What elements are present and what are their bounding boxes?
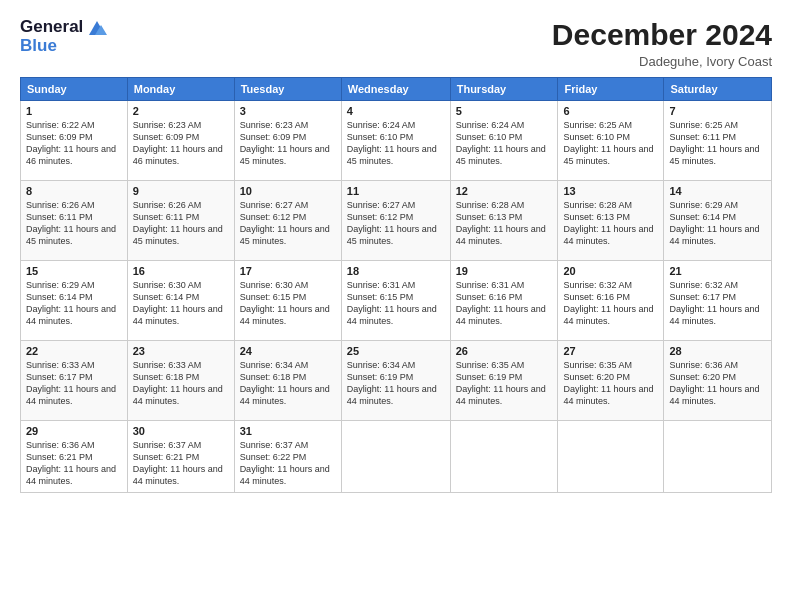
day-number: 2 <box>133 105 229 117</box>
day-info: Sunrise: 6:32 AM Sunset: 6:16 PM Dayligh… <box>563 279 658 328</box>
day-number: 11 <box>347 185 445 197</box>
table-row: 7Sunrise: 6:25 AM Sunset: 6:11 PM Daylig… <box>664 101 772 181</box>
table-row: 27Sunrise: 6:35 AM Sunset: 6:20 PM Dayli… <box>558 341 664 421</box>
day-number: 7 <box>669 105 766 117</box>
table-row: 2Sunrise: 6:23 AM Sunset: 6:09 PM Daylig… <box>127 101 234 181</box>
day-number: 1 <box>26 105 122 117</box>
logo-blue: Blue <box>20 37 107 56</box>
day-info: Sunrise: 6:23 AM Sunset: 6:09 PM Dayligh… <box>240 119 336 168</box>
logo: General Blue <box>20 18 107 55</box>
day-info: Sunrise: 6:25 AM Sunset: 6:11 PM Dayligh… <box>669 119 766 168</box>
table-row: 4Sunrise: 6:24 AM Sunset: 6:10 PM Daylig… <box>341 101 450 181</box>
day-number: 10 <box>240 185 336 197</box>
table-row: 14Sunrise: 6:29 AM Sunset: 6:14 PM Dayli… <box>664 181 772 261</box>
table-row <box>664 421 772 493</box>
day-info: Sunrise: 6:36 AM Sunset: 6:20 PM Dayligh… <box>669 359 766 408</box>
day-number: 23 <box>133 345 229 357</box>
table-row: 22Sunrise: 6:33 AM Sunset: 6:17 PM Dayli… <box>21 341 128 421</box>
day-info: Sunrise: 6:28 AM Sunset: 6:13 PM Dayligh… <box>456 199 553 248</box>
day-number: 29 <box>26 425 122 437</box>
col-sunday: Sunday <box>21 78 128 101</box>
day-info: Sunrise: 6:24 AM Sunset: 6:10 PM Dayligh… <box>456 119 553 168</box>
table-row: 5Sunrise: 6:24 AM Sunset: 6:10 PM Daylig… <box>450 101 558 181</box>
day-info: Sunrise: 6:34 AM Sunset: 6:19 PM Dayligh… <box>347 359 445 408</box>
day-info: Sunrise: 6:35 AM Sunset: 6:19 PM Dayligh… <box>456 359 553 408</box>
table-row: 28Sunrise: 6:36 AM Sunset: 6:20 PM Dayli… <box>664 341 772 421</box>
day-number: 3 <box>240 105 336 117</box>
day-info: Sunrise: 6:29 AM Sunset: 6:14 PM Dayligh… <box>669 199 766 248</box>
header: General Blue December 2024 Dadeguhe, Ivo… <box>20 18 772 69</box>
table-row: 6Sunrise: 6:25 AM Sunset: 6:10 PM Daylig… <box>558 101 664 181</box>
day-number: 4 <box>347 105 445 117</box>
table-row: 15Sunrise: 6:29 AM Sunset: 6:14 PM Dayli… <box>21 261 128 341</box>
day-info: Sunrise: 6:22 AM Sunset: 6:09 PM Dayligh… <box>26 119 122 168</box>
day-number: 28 <box>669 345 766 357</box>
table-row: 16Sunrise: 6:30 AM Sunset: 6:14 PM Dayli… <box>127 261 234 341</box>
day-info: Sunrise: 6:33 AM Sunset: 6:18 PM Dayligh… <box>133 359 229 408</box>
location: Dadeguhe, Ivory Coast <box>552 54 772 69</box>
day-number: 15 <box>26 265 122 277</box>
day-info: Sunrise: 6:31 AM Sunset: 6:16 PM Dayligh… <box>456 279 553 328</box>
table-row: 29Sunrise: 6:36 AM Sunset: 6:21 PM Dayli… <box>21 421 128 493</box>
day-info: Sunrise: 6:27 AM Sunset: 6:12 PM Dayligh… <box>347 199 445 248</box>
day-info: Sunrise: 6:33 AM Sunset: 6:17 PM Dayligh… <box>26 359 122 408</box>
day-info: Sunrise: 6:34 AM Sunset: 6:18 PM Dayligh… <box>240 359 336 408</box>
day-number: 17 <box>240 265 336 277</box>
day-info: Sunrise: 6:26 AM Sunset: 6:11 PM Dayligh… <box>133 199 229 248</box>
table-row: 10Sunrise: 6:27 AM Sunset: 6:12 PM Dayli… <box>234 181 341 261</box>
day-info: Sunrise: 6:30 AM Sunset: 6:15 PM Dayligh… <box>240 279 336 328</box>
table-row: 19Sunrise: 6:31 AM Sunset: 6:16 PM Dayli… <box>450 261 558 341</box>
table-row: 8Sunrise: 6:26 AM Sunset: 6:11 PM Daylig… <box>21 181 128 261</box>
day-number: 27 <box>563 345 658 357</box>
table-row: 24Sunrise: 6:34 AM Sunset: 6:18 PM Dayli… <box>234 341 341 421</box>
day-number: 13 <box>563 185 658 197</box>
day-info: Sunrise: 6:36 AM Sunset: 6:21 PM Dayligh… <box>26 439 122 488</box>
day-info: Sunrise: 6:31 AM Sunset: 6:15 PM Dayligh… <box>347 279 445 328</box>
day-info: Sunrise: 6:23 AM Sunset: 6:09 PM Dayligh… <box>133 119 229 168</box>
day-number: 30 <box>133 425 229 437</box>
day-number: 18 <box>347 265 445 277</box>
table-row: 21Sunrise: 6:32 AM Sunset: 6:17 PM Dayli… <box>664 261 772 341</box>
calendar-header-row: Sunday Monday Tuesday Wednesday Thursday… <box>21 78 772 101</box>
day-number: 26 <box>456 345 553 357</box>
table-row: 3Sunrise: 6:23 AM Sunset: 6:09 PM Daylig… <box>234 101 341 181</box>
day-number: 16 <box>133 265 229 277</box>
day-number: 8 <box>26 185 122 197</box>
day-number: 12 <box>456 185 553 197</box>
table-row <box>341 421 450 493</box>
day-number: 31 <box>240 425 336 437</box>
day-number: 14 <box>669 185 766 197</box>
day-number: 25 <box>347 345 445 357</box>
table-row: 31Sunrise: 6:37 AM Sunset: 6:22 PM Dayli… <box>234 421 341 493</box>
table-row: 25Sunrise: 6:34 AM Sunset: 6:19 PM Dayli… <box>341 341 450 421</box>
day-info: Sunrise: 6:30 AM Sunset: 6:14 PM Dayligh… <box>133 279 229 328</box>
day-info: Sunrise: 6:35 AM Sunset: 6:20 PM Dayligh… <box>563 359 658 408</box>
table-row: 17Sunrise: 6:30 AM Sunset: 6:15 PM Dayli… <box>234 261 341 341</box>
day-info: Sunrise: 6:24 AM Sunset: 6:10 PM Dayligh… <box>347 119 445 168</box>
day-info: Sunrise: 6:28 AM Sunset: 6:13 PM Dayligh… <box>563 199 658 248</box>
day-info: Sunrise: 6:29 AM Sunset: 6:14 PM Dayligh… <box>26 279 122 328</box>
col-saturday: Saturday <box>664 78 772 101</box>
table-row: 13Sunrise: 6:28 AM Sunset: 6:13 PM Dayli… <box>558 181 664 261</box>
col-friday: Friday <box>558 78 664 101</box>
calendar-table: Sunday Monday Tuesday Wednesday Thursday… <box>20 77 772 493</box>
table-row <box>558 421 664 493</box>
logo-text: General <box>20 18 107 37</box>
day-info: Sunrise: 6:25 AM Sunset: 6:10 PM Dayligh… <box>563 119 658 168</box>
table-row: 1Sunrise: 6:22 AM Sunset: 6:09 PM Daylig… <box>21 101 128 181</box>
day-info: Sunrise: 6:26 AM Sunset: 6:11 PM Dayligh… <box>26 199 122 248</box>
col-thursday: Thursday <box>450 78 558 101</box>
table-row: 11Sunrise: 6:27 AM Sunset: 6:12 PM Dayli… <box>341 181 450 261</box>
table-row <box>450 421 558 493</box>
day-number: 9 <box>133 185 229 197</box>
table-row: 26Sunrise: 6:35 AM Sunset: 6:19 PM Dayli… <box>450 341 558 421</box>
table-row: 20Sunrise: 6:32 AM Sunset: 6:16 PM Dayli… <box>558 261 664 341</box>
day-number: 21 <box>669 265 766 277</box>
day-number: 20 <box>563 265 658 277</box>
day-info: Sunrise: 6:32 AM Sunset: 6:17 PM Dayligh… <box>669 279 766 328</box>
table-row: 9Sunrise: 6:26 AM Sunset: 6:11 PM Daylig… <box>127 181 234 261</box>
col-monday: Monday <box>127 78 234 101</box>
day-number: 22 <box>26 345 122 357</box>
table-row: 30Sunrise: 6:37 AM Sunset: 6:21 PM Dayli… <box>127 421 234 493</box>
logo-icon <box>85 19 107 37</box>
